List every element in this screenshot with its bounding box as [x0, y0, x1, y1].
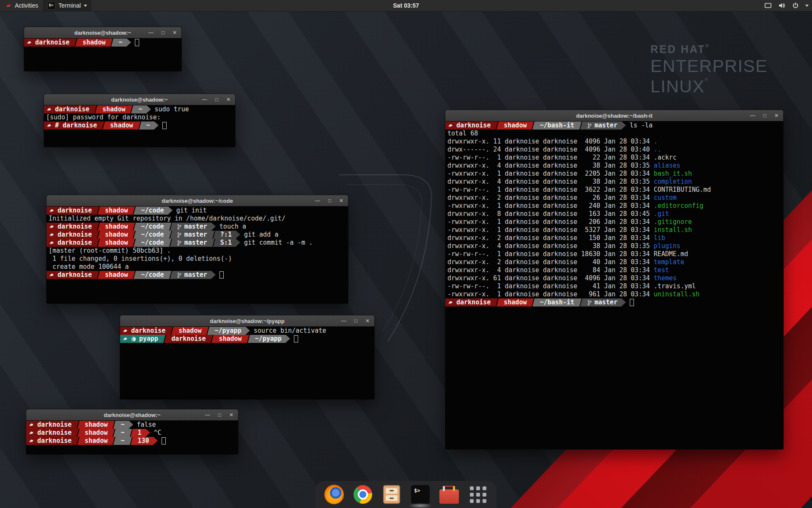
app-menu-button[interactable]: $> Terminal: [43, 0, 91, 11]
ls-row-fields: -rw-rw-r--. 1 darknoise darknoise 18630 …: [447, 250, 654, 258]
redhat-icon: [29, 422, 34, 428]
power-icon[interactable]: [792, 2, 799, 9]
segment-text: shadow: [105, 239, 128, 247]
minimize-button[interactable]: —: [341, 318, 346, 323]
terminal-cursor: [135, 39, 139, 46]
prompt-segment-user: darknoise: [44, 105, 93, 113]
segment-separator: [76, 421, 80, 429]
ls-row: -rwxrwxr-x. 1 darknoise darknoise 5327 J…: [445, 226, 783, 234]
close-button[interactable]: ✕: [226, 97, 230, 102]
terminal-content[interactable]: darknoiseshadow~: [24, 38, 181, 71]
minimize-button[interactable]: —: [148, 30, 154, 35]
segment-text: shadow: [85, 429, 107, 437]
segment-text: darknoise: [456, 121, 491, 130]
prompt-segment-user: darknoise: [445, 298, 495, 306]
window-titlebar[interactable]: darknoise@shadow:~ — □ ✕: [24, 27, 181, 39]
command-text: ^C: [154, 429, 162, 437]
maximize-button[interactable]: □: [328, 198, 331, 203]
file-name: bash_it.sh: [654, 170, 692, 177]
dock-item-chrome[interactable]: [353, 484, 373, 505]
ls-row-fields: drwx------. 24 darknoise darknoise 4096 …: [447, 146, 654, 153]
prompt-segment-git2: S:1: [216, 239, 236, 247]
maximize-button[interactable]: □: [354, 318, 357, 323]
minimize-button[interactable]: —: [202, 97, 207, 102]
segment-text: ~/pyapp: [255, 335, 282, 343]
terminal-content[interactable]: darknoiseshadow~/pyappsource bin/activat…: [120, 326, 374, 399]
window-titlebar[interactable]: darknoise@shadow:~ — □ ✕: [26, 409, 238, 421]
activities-button[interactable]: Activities: [0, 0, 43, 11]
prompt-line: darknoiseshadow~sudo true: [44, 105, 235, 113]
dock-item-app-grid[interactable]: [468, 484, 488, 505]
ls-row-fields: -rwxrwxr-x. 1 darknoise darknoise 240 Ja…: [447, 202, 654, 210]
prompt-arrow: [622, 121, 626, 129]
chevron-down-icon[interactable]: [805, 5, 809, 7]
prompt-line: darknoiseshadow~/codemasterS:1git commit…: [47, 239, 348, 247]
terminal-content[interactable]: darknoiseshadow~sudo true[sudo] password…: [44, 105, 235, 147]
prompt-line: darknoiseshadow~/codemaster?:1git add a: [47, 231, 348, 239]
segment-text: darknoise: [171, 335, 206, 343]
dock-item-toolbox[interactable]: [439, 484, 459, 505]
ls-row-fields: drwxrwxr-x. 4 darknoise darknoise 84 Jan…: [447, 266, 654, 274]
prompt-segment-user: darknoise: [26, 437, 76, 445]
ls-row: -rwxrwxr-x. 1 darknoise darknoise 240 Ja…: [445, 202, 783, 210]
prompt-segment-host: shadow: [101, 207, 132, 215]
command-text: git add a: [244, 231, 278, 239]
file-name: ..: [654, 146, 661, 153]
clock[interactable]: Sat 03:57: [393, 2, 419, 9]
maximize-button[interactable]: □: [763, 113, 766, 118]
window-titlebar[interactable]: darknoise@shadow:~ — □ ✕: [44, 94, 235, 105]
segment-text: shadow: [504, 121, 527, 130]
dock-item-firefox[interactable]: [324, 484, 344, 505]
segment-text: shadow: [110, 121, 133, 130]
terminal-content[interactable]: darknoiseshadow~falsedarknoiseshadow~1^C…: [26, 420, 238, 454]
maximize-button[interactable]: □: [218, 412, 221, 417]
window-titlebar[interactable]: darknoise@shadow:~/code — □ ✕: [47, 195, 348, 207]
window-titlebar[interactable]: darknoise@shadow:~/pyapp — □ ✕: [120, 315, 374, 327]
window-title: darknoise@shadow:~/bash-it: [576, 113, 653, 119]
minimize-button[interactable]: —: [750, 113, 755, 118]
maximize-button[interactable]: □: [162, 30, 165, 35]
terminal-content[interactable]: darknoiseshadow~/bash-itmasterls -latota…: [445, 121, 783, 449]
terminal-window-sudo: darknoise@shadow:~ — □ ✕ darknoiseshadow…: [44, 94, 235, 147]
segment-separator: [210, 335, 214, 343]
terminal-window-home-2: darknoise@shadow:~ — □ ✕ darknoiseshadow…: [26, 409, 238, 454]
file-name: .: [654, 138, 658, 145]
dock-item-terminal[interactable]: $>: [410, 484, 431, 505]
app-grid-icon: [470, 486, 486, 503]
minimize-button[interactable]: —: [315, 198, 320, 203]
prompt-segment-exit: 130: [134, 437, 154, 445]
ls-row: drwxrwxr-x. 61 darknoise darknoise 4096 …: [445, 274, 783, 282]
segment-text: pyapp: [139, 335, 158, 343]
prompt-segment-git: master: [173, 223, 211, 231]
display-icon[interactable]: [764, 2, 772, 9]
close-button[interactable]: ✕: [173, 30, 177, 35]
segment-text: shadow: [105, 271, 128, 279]
ls-row-fields: drwxrwxr-x. 4 darknoise darknoise 38 Jan…: [447, 178, 654, 185]
segment-separator: [206, 327, 210, 335]
segment-text: shadow: [85, 421, 107, 429]
close-button[interactable]: ✕: [365, 318, 370, 323]
close-button[interactable]: ✕: [229, 412, 233, 417]
minimize-button[interactable]: —: [205, 412, 210, 417]
prompt-segment-user: darknoise: [445, 121, 495, 130]
dock-item-files[interactable]: [381, 484, 402, 505]
maximize-button[interactable]: □: [215, 97, 218, 102]
close-button[interactable]: ✕: [339, 198, 343, 203]
volume-icon[interactable]: [778, 2, 786, 9]
branch-icon: [177, 272, 181, 278]
segment-text: ~/code: [141, 271, 164, 279]
prompt-segment-path: ~: [134, 105, 146, 113]
close-button[interactable]: ✕: [774, 113, 779, 118]
prompt-arrow: [211, 223, 216, 230]
file-name: .ackrc: [654, 154, 677, 161]
command-text: git init: [176, 207, 207, 215]
prompt-line: darknoiseshadow~/codegit init: [47, 207, 348, 215]
file-name: .travis.yml: [654, 282, 696, 290]
window-titlebar[interactable]: darknoise@shadow:~/bash-it — □ ✕: [445, 110, 783, 121]
segment-text: ~/code: [141, 239, 164, 247]
ls-row: drwxrwxr-x. 2 darknoise darknoise 150 Ja…: [445, 234, 783, 242]
terminal-content[interactable]: darknoiseshadow~/codegit initInitialized…: [47, 206, 348, 304]
prompt-segment-git: master: [173, 239, 211, 247]
terminal-cursor: [630, 299, 634, 306]
segment-text: shadow: [178, 327, 201, 335]
